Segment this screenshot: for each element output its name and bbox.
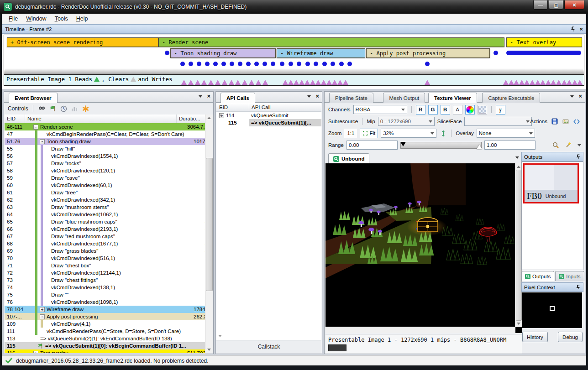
event-row[interactable]: 55Draw "hill"39.25926: [5, 145, 205, 152]
event-row[interactable]: 72vkCmdDrawIndexed(12144,1)57.62963: [5, 269, 205, 276]
menu-tools[interactable]: Tools: [51, 15, 72, 23]
collapse-icon[interactable]: -: [40, 139, 45, 144]
event-row[interactable]: 65Draw "blue mushroom caps"46.37037: [5, 218, 205, 225]
texture-display[interactable]: [326, 163, 522, 333]
goto-event-flag-icon[interactable]: [49, 105, 57, 113]
pixel-context-view[interactable]: [522, 292, 582, 328]
api-row[interactable]: 115=> vkQueueSubmit(1)[...: [216, 119, 321, 126]
range-min-handle[interactable]: [400, 142, 406, 146]
expand-icon[interactable]: +: [40, 307, 45, 312]
maximize-button[interactable]: ▢: [549, 0, 563, 10]
event-row[interactable]: 63Draw "mushroom stems"46.96296: [5, 203, 205, 211]
event-row[interactable]: 73Draw "chest fittings"57.18518: [5, 276, 205, 284]
range-slider[interactable]: [400, 142, 482, 149]
texture-vertical-scrollbar[interactable]: [515, 163, 522, 327]
autofit-wand-icon[interactable]: [564, 141, 572, 149]
event-browser-header[interactable]: EID Name Duratio...: [5, 115, 205, 123]
event-row[interactable]: 56vkCmdDrawIndexed(1554,1)39.25926: [5, 152, 205, 160]
timeline-marker-block[interactable]: - Toon shading draw: [170, 48, 276, 58]
event-row[interactable]: 78-104+Wireframe draw1784.5...: [5, 306, 205, 313]
timing-clock-icon[interactable]: [60, 105, 68, 113]
close-button[interactable]: ✕: [564, 0, 584, 10]
event-row[interactable]: 74vkCmdDrawIndexed(138,1)57.18518: [5, 284, 205, 291]
api-row[interactable]: +114vkQueueSubmit: [216, 112, 321, 119]
flip-vertical-icon[interactable]: [439, 130, 447, 137]
event-row[interactable]: 75Draw ""57.33333: [5, 291, 205, 298]
chevron-down-icon[interactable]: [570, 95, 574, 98]
collapse-icon[interactable]: -: [40, 314, 45, 319]
channel-g-button[interactable]: G: [428, 105, 438, 115]
zoom-range-icon[interactable]: [552, 141, 560, 149]
texture-horizontal-scrollbar[interactable]: [326, 327, 515, 333]
close-icon[interactable]: ×: [578, 94, 582, 99]
tab-texture-viewer[interactable]: Texture Viewer: [428, 93, 477, 103]
event-row[interactable]: 51-76-Toon shading draw1017.7...: [5, 138, 205, 145]
event-row[interactable]: 58vkCmdDrawIndexed(120,1)37.77778: [5, 167, 205, 174]
timeline-marker-block[interactable]: - Apply post processing: [366, 48, 490, 58]
timeline-marker-block[interactable]: - Text overlay: [506, 37, 582, 47]
range-max-handle[interactable]: [477, 145, 482, 149]
callstack-bar[interactable]: Callstack: [216, 340, 321, 353]
chevron-down-icon[interactable]: [199, 95, 202, 98]
tab-unbound[interactable]: Unbound: [328, 153, 369, 164]
timeline-marker-block[interactable]: - Render scene: [158, 37, 504, 47]
event-row[interactable]: 113=> vkQueueSubmit(2)[1]: vkEndCommandB…: [5, 335, 205, 342]
pixel-context-header[interactable]: Pixel Context: [521, 282, 583, 292]
menu-help[interactable]: Help: [72, 15, 92, 23]
event-row[interactable]: 46-111-Render scene3064.7...: [5, 123, 205, 130]
event-row[interactable]: 59Draw "cave"37.62963: [5, 174, 205, 182]
event-row[interactable]: 111vkCmdEndRenderPass(C=Store, D=Store, …: [5, 328, 205, 335]
statistics-icon[interactable]: [71, 105, 79, 113]
channel-b-button[interactable]: B: [441, 105, 450, 115]
outputs-header[interactable]: Outputs: [521, 152, 583, 162]
slice-face-select[interactable]: [464, 117, 532, 126]
channel-r-button[interactable]: R: [416, 105, 425, 115]
bookmark-asterisk-icon[interactable]: [82, 105, 89, 113]
event-row[interactable]: 64vkCmdDrawIndexed(1062,1)46.96296: [5, 211, 205, 218]
tab-pipeline-state[interactable]: Pipeline State: [329, 93, 373, 103]
resource-usage-strip[interactable]: Presentable Image 1 Reads , Clears and W…: [4, 74, 584, 86]
channels-select[interactable]: RGBA: [353, 105, 407, 114]
api-calls-header[interactable]: EID API Call: [216, 103, 321, 112]
event-row[interactable]: 116-...+Text overlay511.7037: [5, 349, 205, 353]
chevron-down-icon[interactable]: [307, 95, 311, 98]
timeline-marker-block[interactable]: - Wireframe draw: [277, 48, 365, 58]
open-new-window-icon[interactable]: [572, 118, 580, 125]
zoom-1to1-button[interactable]: 1:1: [344, 129, 357, 138]
event-row[interactable]: 69Draw "grass blades"45.03704: [5, 247, 205, 255]
tab-api-calls[interactable]: API Calls: [220, 93, 255, 103]
event-row[interactable]: 76vkCmdDrawIndexed(1098,1)57.33333: [5, 298, 205, 306]
timeline-marker-block[interactable]: + Off-screen scene rendering: [7, 37, 158, 47]
event-row[interactable]: 70vkCmdDrawIndexed(516,1)45.03704: [5, 255, 205, 262]
zoom-percent-select[interactable]: 32%: [381, 129, 436, 138]
tab-mesh-output[interactable]: Mesh Output: [383, 93, 425, 103]
pin-icon[interactable]: [571, 26, 576, 32]
link-icon[interactable]: [562, 118, 569, 125]
texture-tab-chevron-icon[interactable]: [515, 156, 519, 159]
overlay-select[interactable]: None: [477, 129, 535, 138]
range-min-input[interactable]: 0.00: [346, 141, 398, 150]
tab-outputs[interactable]: Outputs: [521, 271, 554, 281]
zoom-fit-button[interactable]: Fit: [360, 129, 378, 138]
expand-icon[interactable]: +: [33, 351, 38, 354]
event-row[interactable]: 62vkCmdDrawIndexed(342,1)37.92593: [5, 196, 205, 203]
event-row[interactable]: 68vkCmdDrawIndexed(1677,1)45.77778: [5, 240, 205, 247]
fb0-thumbnail[interactable]: FB0 Unbound: [523, 163, 579, 203]
timeline-panel-header[interactable]: Timeline - Frame #2 ×: [2, 24, 586, 34]
close-icon[interactable]: ×: [207, 94, 210, 99]
find-icon[interactable]: [38, 105, 46, 113]
event-row[interactable]: 115=> vkQueueSubmit(1)[0]: vkBeginComman…: [5, 342, 205, 349]
event-row[interactable]: 66vkCmdDrawIndexed(2193,1)46.37037: [5, 225, 205, 233]
event-row[interactable]: 71Draw "chest box"57.62963: [5, 262, 205, 269]
event-row[interactable]: 47vkCmdBeginRenderPass(C=Clear, D=Clear,…: [5, 130, 205, 138]
tab-inputs[interactable]: Inputs: [555, 271, 584, 281]
timeline-close-icon[interactable]: ×: [579, 26, 583, 32]
history-button[interactable]: History: [522, 332, 548, 342]
tab-event-browser[interactable]: Event Browser: [9, 93, 58, 103]
event-row[interactable]: 109vkCmdDraw(4,1)262.37...: [5, 320, 205, 328]
range-max-input[interactable]: 1.00: [484, 141, 536, 150]
save-icon[interactable]: [551, 118, 558, 125]
color-wheel-button[interactable]: [465, 105, 475, 115]
toolbar-overflow-icon[interactable]: [578, 144, 581, 146]
event-row[interactable]: 107-...-Apply post processing262.37...: [5, 313, 205, 320]
